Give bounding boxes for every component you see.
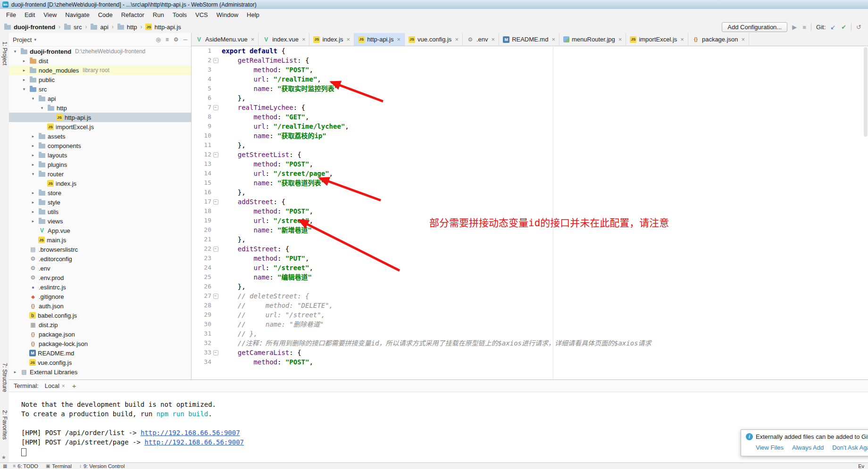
chevron-right-icon[interactable]: ▸	[12, 370, 18, 374]
chevron-right-icon[interactable]: ▸	[30, 190, 36, 195]
run-icon[interactable]: ▶	[792, 24, 797, 30]
status-6-todo[interactable]: ≡6: TODO	[13, 463, 38, 469]
menu-item-file[interactable]: File	[2, 10, 20, 20]
close-icon[interactable]: ×	[551, 36, 555, 43]
tree-item-duoji-frontend[interactable]: ▾duoji-frontendD:\zheheWeb\duoji-fronten…	[9, 47, 191, 56]
chevron-right-icon[interactable]: ▸	[21, 77, 27, 82]
close-icon[interactable]: ×	[680, 36, 684, 43]
tree-item-dist.zip[interactable]: ▦dist.zip	[9, 320, 191, 329]
fold-icon[interactable]: −	[213, 247, 218, 252]
tree-item-layouts[interactable]: ▸layouts	[9, 150, 191, 160]
notification-action-view-files[interactable]: View Files	[756, 444, 784, 451]
chevron-right-icon[interactable]: ▸	[30, 162, 36, 167]
tab-package.json[interactable]: {}package.json×	[688, 33, 749, 46]
chevron-right-icon[interactable]: ▸	[30, 219, 36, 223]
tab-importExcel.js[interactable]: JSimportExcel.js×	[626, 33, 688, 46]
tree-item-vue.config.js[interactable]: JSvue.config.js	[9, 358, 191, 367]
breadcrumb-item-http[interactable]: http	[117, 23, 137, 31]
tree-item-.env[interactable]: ⚙.env	[9, 263, 191, 273]
close-icon[interactable]: ×	[62, 383, 65, 389]
settings-icon[interactable]: ⚙	[174, 36, 179, 43]
tool-window-switcher-icon[interactable]: ▦	[3, 463, 7, 469]
menu-item-run[interactable]: Run	[149, 10, 168, 20]
chevron-right-icon[interactable]: ▸	[30, 200, 36, 205]
tab-AsideMenu.vue[interactable]: VAsideMenu.vue×	[192, 33, 259, 46]
scrollbar-thumb[interactable]	[864, 47, 868, 137]
tree-item-dist[interactable]: ▸dist	[9, 56, 191, 66]
stop-icon[interactable]: ■	[802, 24, 806, 30]
project-panel-header[interactable]: Project ▾ ◎≡⚙─	[9, 33, 191, 47]
git-update-icon[interactable]: ↙	[830, 24, 835, 30]
tree-item-node_modules[interactable]: ▸node_moduleslibrary root	[9, 66, 191, 75]
terminal-output[interactable]: Note that the development build is not o…	[9, 392, 868, 456]
breadcrumb-item-duoji-frontend[interactable]: duoji-frontend	[4, 23, 55, 31]
tree-item-assets[interactable]: ▸assets	[9, 132, 191, 141]
tab-index.js[interactable]: JSindex.js×	[309, 33, 354, 46]
editor-scrollbar[interactable]	[863, 46, 868, 379]
chevron-down-icon[interactable]: ▾	[21, 87, 27, 91]
tree-item-http-api.js[interactable]: JShttp-api.js	[9, 113, 191, 122]
terminal-link[interactable]: http://192.168.66.56:9007	[141, 429, 240, 436]
tree-item-.env.prod[interactable]: ⚙.env.prod	[9, 273, 191, 282]
status-terminal[interactable]: ▣Terminal	[46, 463, 72, 469]
menu-item-view[interactable]: View	[39, 10, 61, 20]
close-icon[interactable]: ×	[742, 36, 745, 43]
tree-item-.eslintrc.js[interactable]: ●.eslintrc.js	[9, 282, 191, 292]
close-icon[interactable]: ×	[397, 36, 401, 43]
tree-item-package-lock.json[interactable]: {}package-lock.json	[9, 339, 191, 348]
tool-button-structure[interactable]: 7: Structure	[1, 363, 8, 392]
hide-panel-icon[interactable]: ─	[183, 36, 187, 43]
code-editor[interactable]: 1export default {2− getRealTimeList: {3 …	[192, 46, 868, 379]
notification-action-don-t-ask-again[interactable]: Don't Ask Again	[832, 444, 868, 451]
chevron-right-icon[interactable]: ▸	[21, 58, 27, 63]
tree-item-.editorconfig[interactable]: ⚙.editorconfig	[9, 254, 191, 263]
breadcrumb-item-http-api.js[interactable]: JShttp-api.js	[145, 24, 181, 31]
tab-.env[interactable]: ⚙.env×	[463, 33, 499, 46]
chevron-right-icon[interactable]: ▸	[30, 153, 36, 157]
tree-item-src[interactable]: ▾src	[9, 84, 191, 94]
tool-button-favorites[interactable]: 2: Favorites	[1, 410, 8, 440]
locate-file-icon[interactable]: ◎	[156, 36, 160, 43]
title-bar[interactable]: WS duoji-frontend [D:\zheheWeb\duoji-fro…	[0, 0, 868, 9]
chevron-down-icon[interactable]: ▾	[12, 49, 18, 54]
tree-item-.browserslistrc[interactable]: ▤.browserslistrc	[9, 245, 191, 254]
status-right[interactable]: Ev	[858, 463, 865, 469]
chevron-right-icon[interactable]: ▸	[21, 68, 27, 73]
tab-menuRouter.jpg[interactable]: menuRouter.jpg×	[559, 33, 626, 46]
history-icon[interactable]: ↺	[856, 24, 861, 30]
chevron-right-icon[interactable]: ▸	[30, 209, 36, 214]
status-9-version-control[interactable]: ↕9: Version Control	[79, 463, 125, 469]
chevron-down-icon[interactable]: ▾	[39, 106, 45, 110]
notification-action-always-add[interactable]: Always Add	[792, 444, 824, 451]
tab-index.vue[interactable]: Vindex.vue×	[259, 33, 309, 46]
options-icon[interactable]: ≡	[166, 36, 169, 43]
close-icon[interactable]: ×	[492, 36, 495, 43]
tool-button-project[interactable]: 1: Project	[1, 41, 8, 66]
tab-http-api.js[interactable]: JShttp-api.js×	[354, 33, 405, 46]
menu-item-window[interactable]: Window	[212, 10, 242, 20]
tab-README.md[interactable]: MREADME.md×	[499, 33, 559, 46]
menu-item-code[interactable]: Code	[94, 10, 117, 20]
tree-item-External-Libraries[interactable]: ▸▤External Libraries	[9, 367, 191, 377]
tree-item-babel.config.js[interactable]: bbabel.config.js	[9, 311, 191, 320]
close-icon[interactable]: ×	[618, 36, 622, 43]
menu-item-navigate[interactable]: Navigate	[61, 10, 93, 20]
chevron-down-icon[interactable]: ▾	[30, 96, 36, 101]
menu-item-refactor[interactable]: Refactor	[117, 10, 149, 20]
chevron-down-icon[interactable]: ▾	[30, 172, 36, 176]
close-icon[interactable]: ×	[302, 36, 306, 43]
close-icon[interactable]: ×	[455, 36, 459, 43]
git-commit-icon[interactable]: ✔	[841, 24, 846, 30]
tree-item-components[interactable]: ▸components	[9, 141, 191, 150]
add-configuration-button[interactable]: Add Configuration...	[722, 22, 787, 32]
terminal-tab-local[interactable]: Local ×	[42, 381, 68, 390]
breadcrumb-item-src[interactable]: src	[64, 23, 82, 31]
menu-item-tools[interactable]: Tools	[168, 10, 191, 20]
tree-item-README.md[interactable]: MREADME.md	[9, 348, 191, 358]
close-icon[interactable]: ×	[347, 36, 351, 43]
tree-item-plugins[interactable]: ▸plugins	[9, 160, 191, 169]
breadcrumb-item-api[interactable]: api	[90, 23, 108, 31]
menu-item-vcs[interactable]: VCS	[191, 10, 212, 20]
tree-item-importExcel.js[interactable]: JSimportExcel.js	[9, 122, 191, 132]
terminal-link[interactable]: http://192.168.66.56:9007	[144, 438, 244, 446]
